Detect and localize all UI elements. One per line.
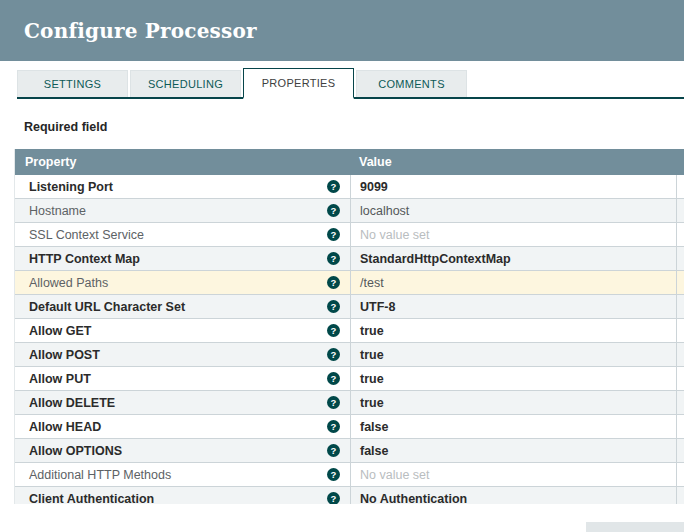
property-name: SSL Context Service — [29, 228, 144, 242]
column-header-property: Property — [15, 155, 350, 169]
property-row[interactable]: Client Authentication ? No Authenticatio… — [15, 487, 684, 504]
table-gutter — [676, 319, 684, 342]
help-icon[interactable]: ? — [327, 372, 340, 385]
property-name: Allow OPTIONS — [29, 444, 122, 458]
dialog-title: Configure Processor — [24, 19, 257, 43]
properties-table: Property Value Listening Port ? 9099 Hos… — [14, 149, 684, 504]
table-body: Listening Port ? 9099 Hostname ? localho… — [15, 175, 684, 504]
property-name: Hostname — [29, 204, 86, 218]
dialog-titlebar: Configure Processor — [0, 0, 684, 61]
property-value: /test — [360, 276, 384, 290]
help-icon[interactable]: ? — [327, 180, 340, 193]
help-icon[interactable]: ? — [327, 204, 340, 217]
property-name: Listening Port — [29, 180, 113, 194]
property-row[interactable]: SSL Context Service ? No value set — [15, 223, 684, 247]
property-row[interactable]: Allow OPTIONS ? false — [15, 439, 684, 463]
table-gutter — [676, 367, 684, 390]
property-value: true — [360, 372, 384, 386]
help-icon[interactable]: ? — [327, 468, 340, 481]
property-value: true — [360, 324, 384, 338]
property-value: UTF-8 — [360, 300, 395, 314]
property-name: Additional HTTP Methods — [29, 468, 171, 482]
help-icon[interactable]: ? — [327, 396, 340, 409]
table-gutter — [676, 199, 684, 222]
tab-settings[interactable]: SETTINGS — [17, 70, 128, 97]
property-row[interactable]: Allow DELETE ? true — [15, 391, 684, 415]
help-icon[interactable]: ? — [327, 348, 340, 361]
help-icon[interactable]: ? — [327, 300, 340, 313]
property-name: Allow PUT — [29, 372, 91, 386]
property-value: StandardHttpContextMap — [360, 252, 511, 266]
property-row[interactable]: Default URL Character Set ? UTF-8 — [15, 295, 684, 319]
tab-scheduling[interactable]: SCHEDULING — [130, 70, 241, 97]
tab-properties[interactable]: PROPERTIES — [243, 68, 354, 99]
property-row[interactable]: Hostname ? localhost — [15, 199, 684, 223]
help-icon[interactable]: ? — [327, 276, 340, 289]
help-icon[interactable]: ? — [327, 228, 340, 241]
property-value: No value set — [360, 468, 429, 482]
column-header-value: Value — [350, 155, 684, 169]
table-gutter — [676, 175, 684, 198]
property-row[interactable]: Listening Port ? 9099 — [15, 175, 684, 199]
property-name: Allow POST — [29, 348, 100, 362]
help-icon[interactable]: ? — [327, 444, 340, 457]
table-header-row: Property Value — [15, 149, 684, 175]
help-icon[interactable]: ? — [327, 324, 340, 337]
table-gutter — [676, 391, 684, 414]
property-row[interactable]: Allow HEAD ? false — [15, 415, 684, 439]
property-value: true — [360, 396, 384, 410]
tab-bar: SETTINGS SCHEDULING PROPERTIES COMMENTS — [17, 68, 684, 99]
help-icon[interactable]: ? — [327, 492, 340, 504]
property-row[interactable]: Allow POST ? true — [15, 343, 684, 367]
tab-comments[interactable]: COMMENTS — [356, 70, 467, 97]
property-value: localhost — [360, 204, 409, 218]
property-row[interactable]: Additional HTTP Methods ? No value set — [15, 463, 684, 487]
property-value: No value set — [360, 228, 429, 242]
property-value: No Authentication — [360, 492, 467, 505]
property-row[interactable]: HTTP Context Map ? StandardHttpContextMa… — [15, 247, 684, 271]
required-field-label: Required field — [24, 120, 684, 134]
tab-label: SCHEDULING — [148, 78, 223, 90]
table-gutter — [676, 463, 684, 486]
property-name: Allow HEAD — [29, 420, 101, 434]
table-gutter — [676, 439, 684, 462]
property-row[interactable]: Allow PUT ? true — [15, 367, 684, 391]
table-gutter — [676, 415, 684, 438]
tab-label: COMMENTS — [378, 78, 445, 90]
property-name: Client Authentication — [29, 492, 154, 505]
property-row[interactable]: Allowed Paths ? /test — [15, 271, 684, 295]
table-gutter — [676, 343, 684, 366]
table-gutter — [676, 487, 684, 504]
table-gutter — [676, 247, 684, 270]
table-gutter — [676, 223, 684, 246]
tab-label: SETTINGS — [44, 78, 101, 90]
help-icon[interactable]: ? — [327, 252, 340, 265]
help-icon[interactable]: ? — [327, 420, 340, 433]
property-name: HTTP Context Map — [29, 252, 140, 266]
property-name: Allowed Paths — [29, 276, 108, 290]
property-name: Allow DELETE — [29, 396, 115, 410]
property-value: 9099 — [360, 180, 388, 194]
partially-visible-button[interactable] — [586, 522, 684, 532]
tab-label: PROPERTIES — [262, 77, 336, 89]
property-name: Default URL Character Set — [29, 300, 185, 314]
property-value: false — [360, 444, 389, 458]
property-value: false — [360, 420, 389, 434]
table-gutter — [676, 295, 684, 318]
property-value: true — [360, 348, 384, 362]
table-gutter — [676, 271, 684, 294]
property-name: Allow GET — [29, 324, 92, 338]
property-row[interactable]: Allow GET ? true — [15, 319, 684, 343]
